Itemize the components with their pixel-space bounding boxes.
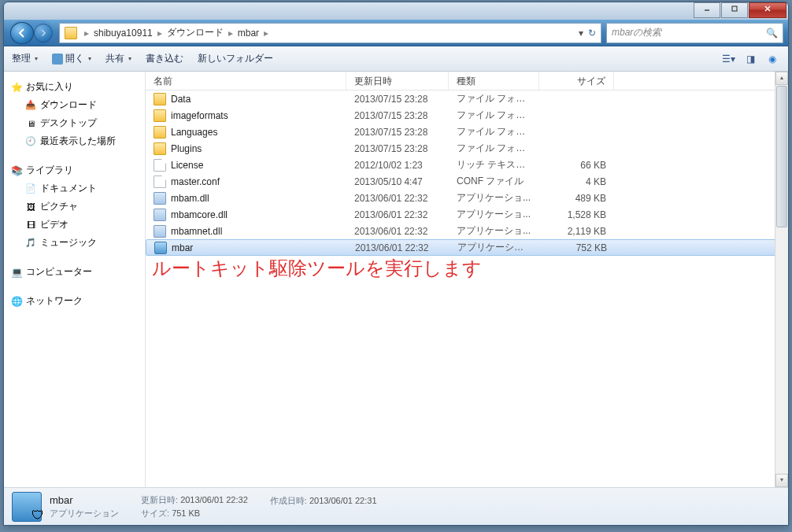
file-name: imageformats	[171, 110, 228, 121]
scrollbar[interactable]: ▴ ▾	[775, 72, 788, 487]
organize-button[interactable]: 整理	[12, 52, 38, 65]
file-row[interactable]: Plugins2013/07/15 23:28ファイル フォル...	[146, 140, 788, 157]
share-button[interactable]: 共有	[105, 52, 131, 65]
file-row[interactable]: master.conf2013/05/10 4:47CONF ファイル4 KB	[146, 173, 788, 190]
nav-music[interactable]: 🎵ミュージック	[7, 234, 142, 252]
breadcrumb-item[interactable]: mbar	[235, 28, 262, 39]
document-icon: 📄	[24, 183, 37, 195]
breadcrumb-item[interactable]: ダウンロード	[164, 26, 227, 39]
file-row[interactable]: mbamnet.dll2013/06/01 22:32アプリケーショ...2,1…	[146, 223, 788, 239]
picture-icon: 🖼	[24, 201, 37, 213]
help-icon[interactable]: ◉	[764, 51, 780, 67]
file-row[interactable]: imageformats2013/07/15 23:28ファイル フォル...	[146, 107, 788, 124]
nav-pane: ⭐お気に入り 📥ダウンロード 🖥デスクトップ 🕘最近表示した場所 📚ライブラリ …	[4, 72, 146, 487]
file-name: Data	[171, 94, 191, 105]
dll-icon	[154, 225, 166, 238]
file-type: リッチ テキスト ...	[449, 158, 539, 172]
app-icon	[52, 54, 63, 65]
file-date: 2013/07/15 23:28	[346, 143, 449, 154]
recent-icon: 🕘	[24, 135, 37, 148]
file-type: ファイル フォル...	[449, 125, 539, 139]
breadcrumb[interactable]: ▸ shibuya10911 ▸ ダウンロード ▸ mbar ▸ ▾ ↻	[59, 23, 601, 43]
nav-pictures[interactable]: 🖼ピクチャ	[7, 198, 142, 216]
details-name: mbar	[50, 494, 119, 506]
nav-recent[interactable]: 🕘最近表示した場所	[7, 132, 142, 150]
file-name: Plugins	[171, 143, 202, 154]
preview-pane-icon[interactable]: ◨	[742, 51, 758, 67]
newfolder-button[interactable]: 新しいフォルダー	[198, 52, 273, 65]
details-type: アプリケーション	[50, 508, 119, 519]
header-type[interactable]: 種類	[449, 72, 539, 90]
dll-icon	[154, 192, 166, 205]
content-area: 名前 更新日時 種類 サイズ Data2013/07/15 23:28ファイル …	[146, 72, 788, 487]
network-icon: 🌐	[10, 295, 23, 308]
file-type: アプリケーション	[450, 241, 540, 254]
desktop-icon: 🖥	[24, 117, 37, 130]
nav-videos[interactable]: 🎞ビデオ	[7, 216, 142, 234]
search-input[interactable]: mbarの検索 🔍	[606, 23, 783, 43]
file-date: 2013/07/15 23:28	[346, 94, 449, 105]
refresh-icon[interactable]: ↻	[588, 28, 596, 39]
file-size: 2,119 KB	[539, 226, 614, 237]
file-name: mbamnet.dll	[171, 226, 222, 237]
star-icon: ⭐	[10, 81, 23, 94]
file-date: 2013/06/01 22:32	[346, 193, 449, 204]
nav-favorites[interactable]: ⭐お気に入り	[7, 78, 142, 96]
details-icon	[12, 492, 42, 522]
file-date: 2013/06/01 22:32	[346, 209, 449, 220]
file-date: 2013/05/10 4:47	[346, 176, 449, 187]
file-row[interactable]: Data2013/07/15 23:28ファイル フォル...	[146, 91, 788, 107]
forward-button[interactable]	[34, 24, 53, 42]
search-icon[interactable]: 🔍	[766, 28, 778, 39]
file-size: 1,528 KB	[539, 209, 614, 220]
nav-documents[interactable]: 📄ドキュメント	[7, 179, 142, 198]
nav-chip	[9, 20, 54, 46]
file-row[interactable]: mbamcore.dll2013/06/01 22:32アプリケーショ...1,…	[146, 206, 788, 223]
file-name: master.conf	[171, 176, 220, 187]
nav-desktop[interactable]: 🖥デスクトップ	[7, 114, 142, 132]
exe-icon	[154, 242, 167, 254]
view-options-icon[interactable]: ☰▾	[720, 51, 736, 67]
file-list: Data2013/07/15 23:28ファイル フォル...imageform…	[146, 91, 788, 487]
close-button[interactable]	[749, 2, 786, 18]
breadcrumb-item[interactable]: shibuya10911	[91, 28, 156, 39]
details-pane: mbar アプリケーション 更新日時: 2013/06/01 22:32 サイズ…	[4, 487, 788, 525]
minimize-button[interactable]	[694, 2, 720, 18]
file-type: アプリケーショ...	[449, 191, 539, 205]
folder-icon	[154, 126, 166, 139]
back-button[interactable]	[10, 22, 34, 44]
dropdown-icon[interactable]: ▾	[579, 28, 583, 39]
file-size: 752 KB	[540, 242, 615, 253]
scroll-thumb[interactable]	[776, 86, 787, 227]
nav-downloads[interactable]: 📥ダウンロード	[7, 96, 142, 114]
file-date: 2013/06/01 22:32	[346, 226, 449, 237]
file-row[interactable]: mbam.dll2013/06/01 22:32アプリケーショ...489 KB	[146, 190, 788, 206]
file-row[interactable]: Languages2013/07/15 23:28ファイル フォル...	[146, 124, 788, 140]
folder-icon	[154, 93, 166, 105]
file-size: 489 KB	[539, 193, 614, 204]
file-type: アプリケーショ...	[449, 224, 539, 238]
file-size: 66 KB	[539, 160, 614, 171]
header-date[interactable]: 更新日時	[346, 72, 449, 90]
column-headers: 名前 更新日時 種類 サイズ	[146, 72, 788, 91]
burn-button[interactable]: 書き込む	[146, 52, 183, 65]
file-name: mbam.dll	[171, 193, 209, 204]
scroll-up-button[interactable]: ▴	[775, 72, 788, 85]
nav-network[interactable]: 🌐ネットワーク	[7, 292, 142, 310]
nav-computer[interactable]: 💻コンピューター	[7, 263, 142, 281]
file-type: アプリケーショ...	[449, 208, 539, 221]
file-icon	[154, 175, 166, 188]
folder-icon	[154, 142, 166, 155]
file-date: 2013/06/01 22:32	[347, 242, 450, 253]
nav-libraries[interactable]: 📚ライブラリ	[7, 161, 142, 179]
scroll-down-button[interactable]: ▾	[775, 474, 788, 487]
open-button[interactable]: 開く	[52, 52, 91, 65]
toolbar: 整理 開く 共有 書き込む 新しいフォルダー ☰▾ ◨ ◉	[4, 46, 788, 72]
header-size[interactable]: サイズ	[539, 72, 614, 90]
file-row[interactable]: mbar2013/06/01 22:32アプリケーション752 KB	[146, 239, 788, 256]
file-type: ファイル フォル...	[449, 142, 539, 155]
maximize-button[interactable]	[721, 2, 748, 18]
header-name[interactable]: 名前	[146, 72, 346, 90]
file-type: CONF ファイル	[449, 175, 539, 188]
file-row[interactable]: License2012/10/02 1:23リッチ テキスト ...66 KB	[146, 157, 788, 173]
